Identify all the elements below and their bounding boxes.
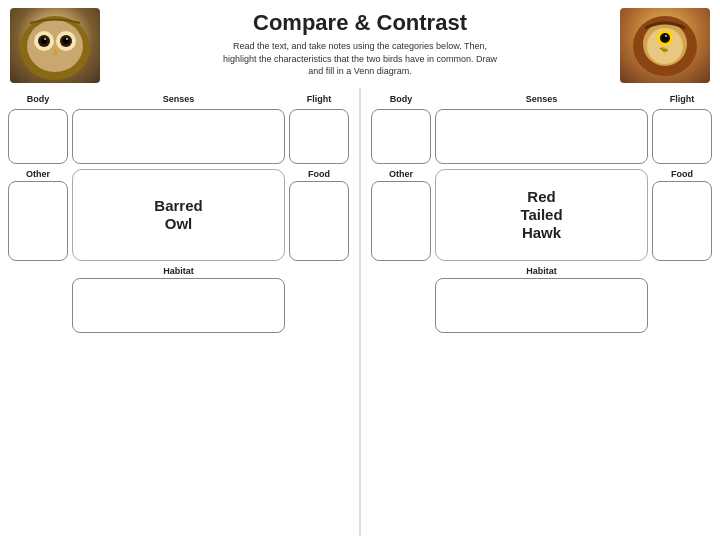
owl-food-box: [289, 181, 349, 261]
red-tailed-hawk-section: Body Senses Flight Other: [369, 88, 714, 536]
header-text: Compare & Contrast Read the text, and ta…: [220, 10, 500, 78]
hawk-name-box: Red Tailed Hawk: [435, 169, 648, 261]
page-title: Compare & Contrast: [220, 10, 500, 36]
owl-body-box: [8, 109, 68, 164]
owl-flight-label: Flight: [307, 94, 332, 104]
owl-other-box: [8, 181, 68, 261]
hawk-habitat-label: Habitat: [435, 266, 648, 276]
barred-owl-section: Body Senses Flight Other: [6, 88, 351, 536]
page: Compare & Contrast Read the text, and ta…: [0, 0, 720, 540]
svg-point-17: [665, 35, 667, 37]
hawk-other-box: [371, 181, 431, 261]
divider: [359, 88, 361, 536]
header: Compare & Contrast Read the text, and ta…: [0, 0, 720, 84]
main-content: Body Senses Flight Other: [0, 84, 720, 540]
owl-food-label: Food: [289, 169, 349, 179]
svg-point-6: [41, 38, 47, 44]
hawk-other-label: Other: [371, 169, 431, 179]
hawk-senses-box: [435, 109, 648, 164]
svg-point-7: [63, 38, 69, 44]
owl-senses-box: [72, 109, 285, 164]
owl-flight-box: [289, 109, 349, 164]
owl-name: Barred Owl: [154, 197, 202, 233]
owl-senses-label: Senses: [163, 94, 195, 104]
hawk-senses-label: Senses: [526, 94, 558, 104]
hawk-body-label: Body: [390, 94, 413, 104]
hawk-image: [620, 8, 710, 83]
hawk-food-box: [652, 181, 712, 261]
hawk-food-label: Food: [652, 169, 712, 179]
page-instruction: Read the text, and take notes using the …: [220, 40, 500, 78]
owl-name-box: Barred Owl: [72, 169, 285, 261]
owl-habitat-label: Habitat: [72, 266, 285, 276]
hawk-habitat-box: [435, 278, 648, 333]
owl-habitat-box: [72, 278, 285, 333]
hawk-flight-box: [652, 109, 712, 164]
owl-other-label-left: Other: [8, 169, 68, 179]
hawk-body-box: [371, 109, 431, 164]
svg-point-9: [66, 38, 68, 40]
owl-body-label: Body: [27, 94, 50, 104]
hawk-flight-label: Flight: [670, 94, 695, 104]
hawk-name: Red Tailed Hawk: [520, 188, 562, 242]
svg-point-8: [44, 38, 46, 40]
owl-image: [10, 8, 100, 83]
